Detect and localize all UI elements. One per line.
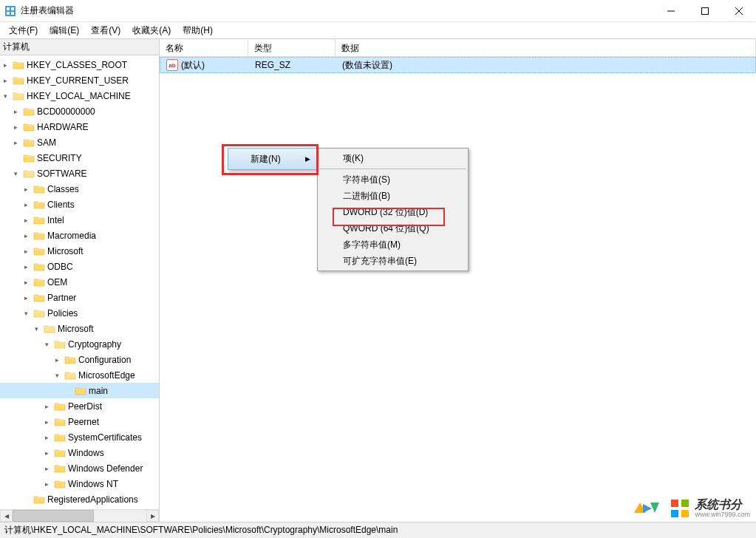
submenu-string[interactable]: 字符串值(S) (318, 171, 468, 188)
tree-node[interactable]: ▾Cryptography (0, 336, 159, 352)
hscroll-right-button[interactable]: ▶ (146, 510, 159, 522)
hscroll-left-button[interactable]: ◀ (0, 510, 13, 522)
submenu-arrow-icon: ▶ (305, 155, 310, 163)
tree-node-label: Intel (47, 215, 64, 225)
menu-view[interactable]: 查看(V) (85, 23, 126, 38)
tree-toggle-icon[interactable]: ▸ (41, 479, 52, 489)
submenu-dword[interactable]: DWORD (32 位)值(D) (318, 204, 468, 220)
tree-toggle-icon[interactable]: ▸ (21, 200, 31, 210)
tree-toggle-icon[interactable]: ▸ (52, 355, 62, 365)
tree-hscroll[interactable]: ◀ ▶ (0, 509, 159, 522)
menu-favorites[interactable]: 收藏夹(A) (126, 23, 177, 38)
tree-node[interactable]: ▸Macromedia (0, 228, 159, 243)
tree-node[interactable]: ▸HKEY_CURRENT_USER (0, 72, 159, 88)
tree-node[interactable]: ▸SAM (0, 134, 159, 150)
close-button[interactable] (722, 0, 756, 22)
tree-toggle-icon[interactable]: ▸ (21, 231, 31, 241)
tree-toggle-icon[interactable]: ▸ (41, 417, 52, 427)
tree-node[interactable]: SECURITY (0, 150, 159, 166)
submenu-key[interactable]: 项(K) (318, 150, 468, 166)
tree-toggle-icon[interactable]: ▸ (21, 246, 31, 256)
tree-toggle-icon[interactable]: ▸ (21, 262, 31, 272)
tree-toggle-icon[interactable]: ▸ (0, 60, 10, 70)
hscroll-track[interactable] (13, 510, 146, 522)
tree-node[interactable]: ▸OEM (0, 274, 159, 290)
tree-node-label: Windows NT (68, 479, 118, 489)
tree-node[interactable]: RegisteredApplications (0, 491, 159, 507)
tree-node[interactable]: ▾MicrosoftEdge (0, 367, 159, 383)
tree-node[interactable]: ▸Windows NT (0, 476, 159, 491)
tree-node-label: Clients (47, 200, 75, 210)
context-submenu: 项(K) 字符串值(S) 二进制值(B) DWORD (32 位)值(D) QW… (317, 148, 469, 271)
hscroll-thumb[interactable] (13, 510, 94, 522)
statusbar-path: 计算机\HKEY_LOCAL_MACHINE\SOFTWARE\Policies… (4, 524, 398, 537)
tree-node[interactable]: ▸Classes (0, 181, 159, 197)
tree-node[interactable]: ▸Peernet (0, 414, 159, 429)
menu-file[interactable]: 文件(F) (3, 23, 44, 38)
tree-toggle-icon[interactable]: ▾ (31, 324, 41, 334)
submenu-expandstring[interactable]: 可扩充字符串值(E) (318, 253, 468, 269)
col-header-data[interactable]: 数据 (336, 39, 756, 56)
tree-node[interactable]: ▾HKEY_LOCAL_MACHINE (0, 88, 159, 103)
watermark: 系统书分 www.win7999.com (630, 498, 750, 519)
statusbar: 计算机\HKEY_LOCAL_MACHINE\SOFTWARE\Policies… (0, 522, 756, 538)
watermark-url: www.win7999.com (695, 511, 750, 519)
tree-toggle-icon[interactable]: ▾ (21, 308, 31, 319)
tree-node[interactable]: ▸HARDWARE (0, 119, 159, 134)
tree-toggle-icon[interactable]: ▸ (41, 432, 52, 443)
tree-node[interactable]: ▸Clients (0, 197, 159, 212)
tree-node-label: SECURITY (37, 153, 82, 163)
tree-toggle-icon[interactable]: ▸ (21, 215, 31, 225)
tree-node[interactable]: ▸Partner (0, 290, 159, 305)
minimize-button[interactable] (654, 0, 688, 22)
tree-node[interactable]: ▸Windows (0, 445, 159, 460)
tree-toggle-icon[interactable]: ▸ (21, 293, 31, 303)
submenu-binary[interactable]: 二进制值(B) (318, 188, 468, 204)
tree-node[interactable]: ▸PeerDist (0, 398, 159, 414)
col-header-type[interactable]: 类型 (248, 39, 336, 56)
tree-node[interactable]: ▸Configuration (0, 352, 159, 367)
tree-node[interactable]: ▾Microsoft (0, 321, 159, 336)
context-menu: 新建(N) ▶ (228, 148, 317, 170)
tree-toggle-icon[interactable]: ▸ (21, 277, 31, 287)
maximize-button[interactable] (688, 0, 722, 22)
tree-node[interactable]: ▾SOFTWARE (0, 166, 159, 181)
tree-node-label: Configuration (78, 355, 131, 365)
tree-toggle-icon[interactable]: ▸ (41, 401, 52, 412)
watermark-logo-icon (670, 498, 690, 519)
tree-node[interactable]: ▸ODBC (0, 259, 159, 274)
tree-node[interactable]: ▾Policies (0, 305, 159, 321)
tree-node[interactable]: ▸BCD00000000 (0, 103, 159, 119)
tree-toggle-icon[interactable]: ▾ (10, 168, 21, 179)
tree-node[interactable]: ▸HKEY_CLASSES_ROOT (0, 57, 159, 72)
tree-toggle-icon[interactable]: ▸ (41, 463, 52, 474)
tree-node-label: SystemCertificates (68, 432, 142, 443)
tree-toggle-icon[interactable]: ▾ (52, 370, 62, 381)
tree-toggle-icon[interactable]: ▸ (0, 75, 10, 86)
tree-toggle-icon[interactable]: ▸ (10, 106, 21, 117)
tree-toggle-icon[interactable]: ▸ (41, 448, 52, 458)
context-menu-new[interactable]: 新建(N) ▶ (228, 148, 317, 170)
svg-rect-3 (7, 12, 10, 15)
tree-node[interactable]: ▸Windows Defender (0, 460, 159, 476)
col-header-name[interactable]: 名称 (160, 39, 248, 56)
tree-node[interactable]: ▸SystemCertificates (0, 429, 159, 445)
menu-edit[interactable]: 编辑(E) (44, 23, 85, 38)
tree-toggle-icon[interactable]: ▾ (41, 339, 52, 350)
svg-marker-11 (650, 503, 659, 513)
tree-toggle-icon[interactable]: ▸ (10, 137, 21, 148)
tree-node[interactable]: ▸Microsoft (0, 243, 159, 259)
tree-node-label: HARDWARE (37, 122, 89, 132)
tree-toggle-icon[interactable]: ▸ (21, 184, 31, 194)
menu-help[interactable]: 帮助(H) (177, 23, 219, 38)
tree-toggle-icon[interactable]: ▾ (0, 91, 10, 101)
tree-node-label: SAM (37, 137, 56, 148)
tree-node-label: OEM (47, 277, 67, 287)
tree-node[interactable]: ▸Intel (0, 212, 159, 228)
list-row[interactable]: ab(默认) REG_SZ (数值未设置) (160, 57, 756, 73)
tree-toggle-icon[interactable]: ▸ (10, 122, 21, 132)
submenu-multistring[interactable]: 多字符串值(M) (318, 236, 468, 253)
tree-root-label[interactable]: 计算机 (0, 39, 159, 55)
tree-node[interactable]: main (0, 383, 159, 398)
submenu-qword[interactable]: QWORD (64 位)值(Q) (318, 220, 468, 236)
